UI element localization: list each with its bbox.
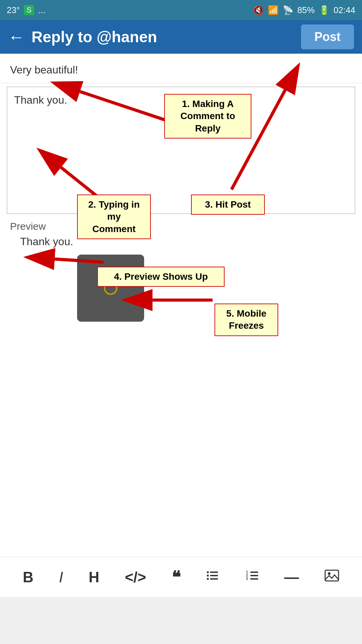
- quote-button[interactable]: ❝: [172, 568, 181, 587]
- post-button[interactable]: Post: [301, 24, 354, 49]
- original-comment: Very beautiful!: [0, 54, 362, 83]
- app-s-icon: S: [24, 5, 34, 15]
- app-bar: ← Reply to @hanen Post: [0, 20, 362, 54]
- svg-rect-18: [325, 570, 339, 581]
- heading-button[interactable]: H: [88, 569, 99, 586]
- time: 02:44: [334, 5, 355, 15]
- status-left: 23° S ...: [7, 5, 46, 15]
- preview-content: Thank you.: [20, 235, 352, 248]
- battery-text: 85%: [297, 5, 315, 15]
- svg-point-19: [328, 572, 330, 575]
- bold-button[interactable]: B: [23, 569, 34, 586]
- battery-icon: 🔋: [319, 5, 329, 15]
- back-button[interactable]: ←: [8, 27, 25, 47]
- svg-point-11: [207, 578, 209, 580]
- image-button[interactable]: [324, 568, 339, 586]
- svg-point-9: [207, 571, 209, 573]
- annotation-step5: 5. Mobile Freezes: [215, 304, 278, 336]
- italic-button[interactable]: I: [59, 569, 63, 586]
- annotation-step3: 3. Hit Post: [191, 195, 265, 215]
- reply-input-text: Thank you.: [14, 94, 67, 106]
- content-area: Very beautiful! Thank you. Preview Thank…: [0, 54, 362, 597]
- svg-point-10: [207, 575, 209, 577]
- dots: ...: [38, 5, 46, 15]
- wifi-icon: 📶: [268, 5, 279, 15]
- mute-icon: 🔇: [253, 5, 264, 15]
- frozen-image-placeholder: [77, 255, 144, 322]
- toolbar: B I H </> ❝ 123 —: [0, 557, 362, 597]
- signal-icon: 📡: [283, 5, 293, 15]
- code-button[interactable]: </>: [125, 569, 146, 586]
- status-right: 🔇 📶 📡 85% 🔋 02:44: [253, 5, 355, 15]
- preview-label: Preview: [10, 221, 352, 232]
- svg-text:3: 3: [246, 577, 248, 581]
- temp-icon: 23°: [7, 5, 20, 15]
- status-bar: 23° S ... 🔇 📶 📡 85% 🔋 02:44: [0, 0, 362, 20]
- app-bar-title-group: ← Reply to @hanen: [8, 27, 157, 47]
- ordered-list-button[interactable]: 123: [245, 569, 259, 586]
- annotation-step1: 1. Making A Comment to Reply: [164, 94, 251, 139]
- divider-button[interactable]: —: [284, 569, 299, 586]
- annotation-step4: 4. Preview Shows Up: [97, 267, 225, 287]
- unordered-list-button[interactable]: [206, 569, 220, 586]
- original-comment-text: Very beautiful!: [10, 64, 78, 76]
- page-title: Reply to @hanen: [32, 28, 157, 46]
- annotation-step2: 2. Typing in my Comment: [77, 195, 151, 239]
